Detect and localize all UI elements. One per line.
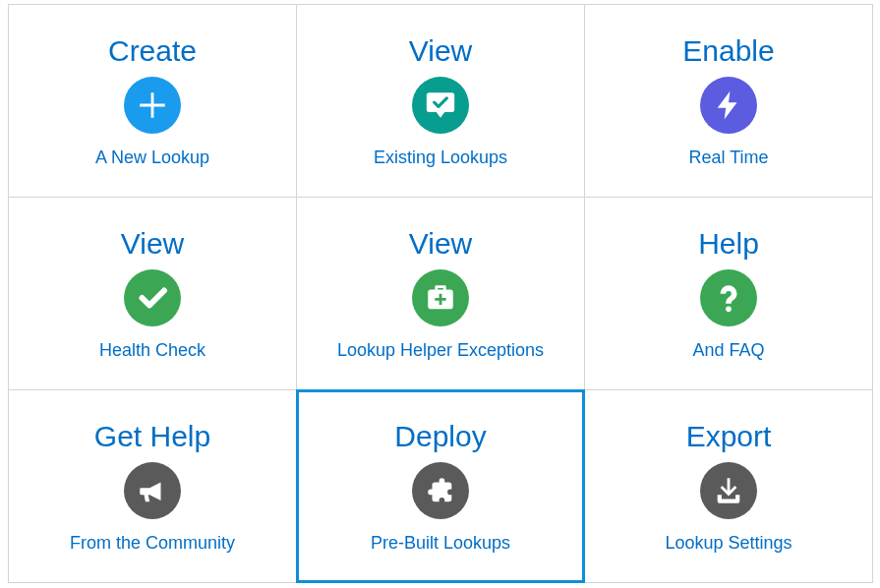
svg-point-0 (726, 306, 732, 312)
card-title: Get Help (94, 420, 210, 452)
card-health-check[interactable]: View Health Check (8, 197, 297, 390)
plus-icon (124, 77, 181, 134)
card-deploy[interactable]: Deploy Pre-Built Lookups (296, 389, 585, 583)
card-exceptions[interactable]: View Lookup Helper Exceptions (296, 197, 585, 390)
card-help[interactable]: Help And FAQ (584, 197, 873, 390)
bolt-icon (700, 77, 757, 134)
card-title: Create (108, 34, 197, 67)
card-title: Help (698, 227, 759, 260)
question-icon (700, 269, 757, 326)
megaphone-icon (124, 462, 181, 519)
card-subtitle: Existing Lookups (374, 147, 507, 168)
card-subtitle: And FAQ (692, 340, 764, 361)
card-subtitle: From the Community (70, 533, 235, 554)
chat-check-icon (412, 77, 469, 134)
card-subtitle: Lookup Settings (665, 533, 792, 554)
card-title: Export (686, 420, 772, 452)
card-grid: Create A New Lookup View Existing Lookup… (9, 5, 873, 583)
card-create[interactable]: Create A New Lookup (8, 4, 297, 198)
card-title: View (409, 227, 472, 260)
card-subtitle: Pre-Built Lookups (371, 533, 510, 554)
card-subtitle: Real Time (688, 147, 768, 168)
card-subtitle: Health Check (99, 340, 205, 361)
download-icon (700, 462, 757, 519)
card-enable[interactable]: Enable Real Time (584, 4, 873, 198)
card-title: Enable (682, 34, 774, 67)
card-subtitle: A New Lookup (95, 147, 209, 168)
medkit-icon (412, 269, 469, 326)
card-title: View (409, 34, 472, 67)
card-title: Deploy (394, 420, 486, 452)
card-title: View (121, 227, 184, 260)
card-community[interactable]: Get Help From the Community (8, 389, 297, 583)
card-subtitle: Lookup Helper Exceptions (337, 340, 544, 361)
card-view-existing[interactable]: View Existing Lookups (296, 4, 585, 198)
puzzle-icon (412, 462, 469, 519)
check-icon (124, 269, 181, 326)
card-export[interactable]: Export Lookup Settings (584, 389, 873, 583)
